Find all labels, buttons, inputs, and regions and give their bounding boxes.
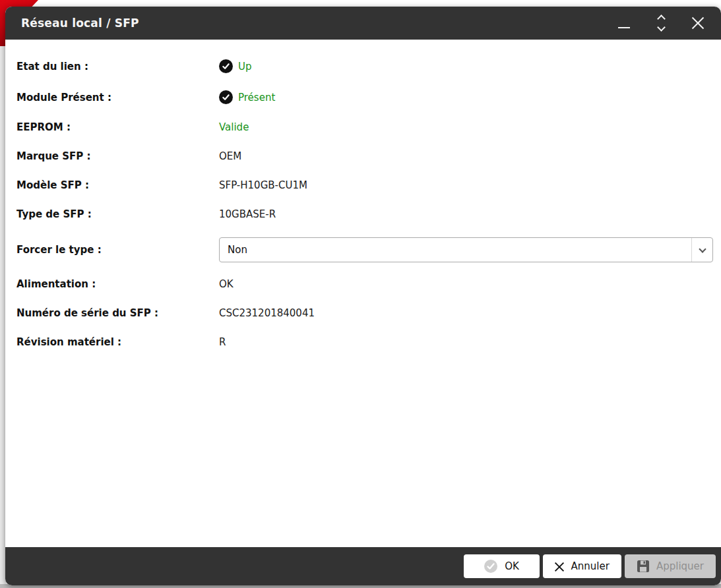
close-icon xyxy=(691,16,705,30)
field-value: Up xyxy=(219,59,252,73)
sfp-brand-value: OEM xyxy=(219,150,241,162)
sfp-model-value: SFP-H10GB-CU1M xyxy=(219,179,307,191)
check-circle-icon xyxy=(219,59,233,73)
cancel-button-label: Annuler xyxy=(571,560,610,572)
close-button[interactable] xyxy=(689,13,706,33)
check-circle-icon xyxy=(219,90,233,104)
dialog-titlebar: Réseau local / SFP xyxy=(5,7,721,40)
row-sfp-model: Modèle SFP : SFP-H10GB-CU1M xyxy=(16,179,713,191)
force-type-selected-value: Non xyxy=(220,244,691,256)
save-floppy-icon xyxy=(637,560,650,573)
row-sfp-type: Type de SFP : 10GBASE-R xyxy=(16,208,713,220)
sfp-dialog: Réseau local / SFP Etat du lien : xyxy=(5,7,721,585)
field-label: Numéro de série du SFP : xyxy=(16,307,219,319)
window-controls xyxy=(615,13,706,33)
ok-button[interactable]: OK xyxy=(464,554,540,578)
check-circle-icon xyxy=(484,559,498,573)
row-sfp-brand: Marque SFP : OEM xyxy=(16,150,713,162)
row-hardware-revision: Révision matériel : R xyxy=(16,336,713,348)
row-link-state: Etat du lien : Up xyxy=(16,59,713,73)
field-label: Module Présent : xyxy=(16,92,219,103)
minimize-button[interactable] xyxy=(615,13,633,33)
module-present-value: Présent xyxy=(238,92,275,103)
resize-icon xyxy=(658,16,664,30)
serial-number-value: CSC231201840041 xyxy=(219,307,315,319)
field-label: Type de SFP : xyxy=(16,208,219,220)
cancel-button[interactable]: Annuler xyxy=(543,554,621,578)
dialog-content: Etat du lien : Up Module Présent : Prése… xyxy=(5,40,721,547)
dialog-footer: OK Annuler Appliquer xyxy=(5,547,721,585)
field-label: Etat du lien : xyxy=(16,61,219,73)
row-serial-number: Numéro de série du SFP : CSC231201840041 xyxy=(16,307,713,319)
force-type-select[interactable]: Non xyxy=(219,237,713,262)
apply-button[interactable]: Appliquer xyxy=(625,554,716,578)
hardware-revision-value: R xyxy=(219,336,226,348)
power-value: OK xyxy=(219,278,234,290)
ok-button-label: OK xyxy=(505,560,519,572)
minimize-icon xyxy=(618,27,630,28)
row-power: Alimentation : OK xyxy=(16,278,713,290)
row-force-type: Forcer le type : Non xyxy=(16,237,713,262)
field-value: Présent xyxy=(219,90,275,104)
dialog-title: Réseau local / SFP xyxy=(21,16,139,30)
field-label: EEPROM : xyxy=(16,121,219,133)
row-module-present: Module Présent : Présent xyxy=(16,90,713,104)
row-eeprom: EEPROM : Valide xyxy=(16,121,713,133)
field-label: Marque SFP : xyxy=(16,150,219,162)
apply-button-label: Appliquer xyxy=(656,560,704,572)
field-label: Alimentation : xyxy=(16,278,219,290)
eeprom-value: Valide xyxy=(219,121,249,133)
select-arrow-zone xyxy=(691,238,712,262)
field-label: Révision matériel : xyxy=(16,336,219,348)
field-label: Forcer le type : xyxy=(16,244,219,256)
resize-button[interactable] xyxy=(652,13,670,33)
link-state-value: Up xyxy=(238,61,252,73)
sfp-type-value: 10GBASE-R xyxy=(219,208,276,220)
chevron-down-icon xyxy=(699,245,706,252)
x-icon xyxy=(555,562,565,572)
field-label: Modèle SFP : xyxy=(16,179,219,191)
